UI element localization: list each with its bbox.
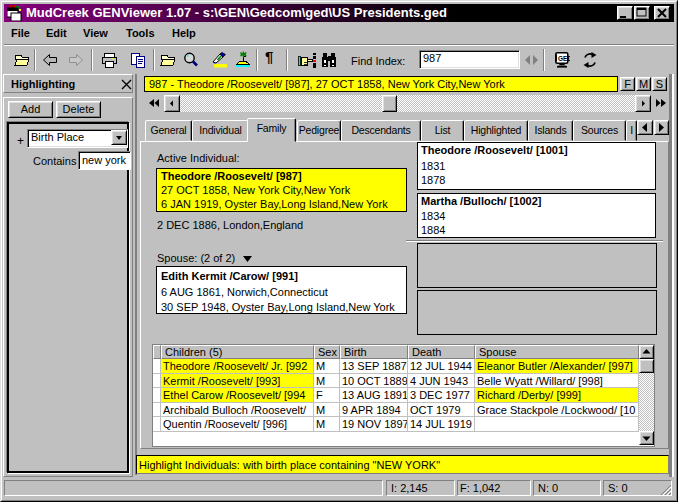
svg-text:GED: GED xyxy=(558,55,570,62)
